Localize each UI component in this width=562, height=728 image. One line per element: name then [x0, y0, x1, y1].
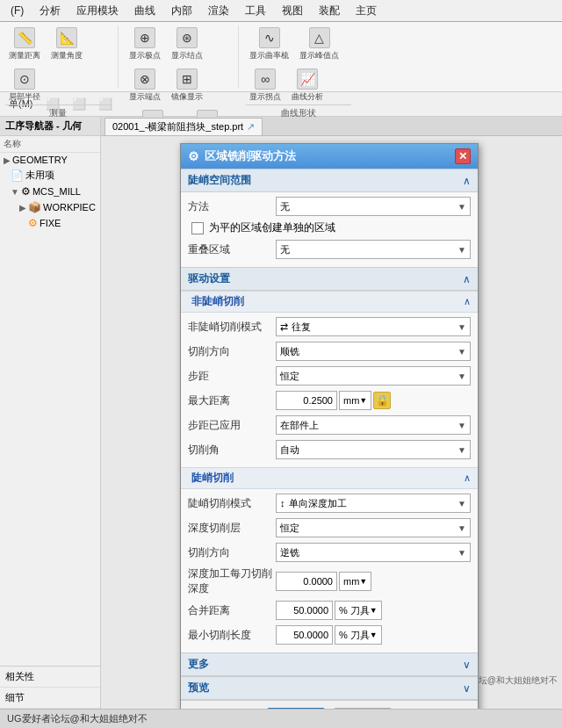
toolbar-show-endpoints[interactable]: ⊗ 显示端点	[126, 67, 164, 105]
select-cut-direction[interactable]: 顺铣 ▼	[276, 342, 471, 361]
input-min-cut-len[interactable]	[276, 625, 333, 645]
form-control-cut-angle: 自动 ▼	[276, 440, 471, 459]
menu-analysis[interactable]: 分析	[32, 2, 68, 20]
toolbar-show-curvature-comb[interactable]: ∿ 显示曲率梳	[246, 25, 292, 63]
nav-item-unused[interactable]: 📄 未用项	[0, 167, 100, 184]
right-tab[interactable]: 02001_-横梁前阻挡块_step.prt ↗	[104, 118, 263, 135]
nav-item-workpiece[interactable]: ▶ 📦 WORKPIEC	[0, 199, 100, 215]
select-nonsteep-mode[interactable]: ⇄ 往复 ▼	[276, 317, 471, 336]
checkbox-flat-region[interactable]	[191, 222, 204, 234]
subsection-non-steep[interactable]: 非陡峭切削 ∧	[181, 291, 478, 313]
select-method[interactable]: 无 ▼	[276, 197, 471, 216]
select-depth-layers[interactable]: 恒定 ▼	[276, 518, 471, 537]
toolbar-local-radius[interactable]: ⊙ 局部半径	[5, 67, 44, 105]
select-stepover-value: 恒定	[280, 370, 299, 383]
toolbar-group-display: ⊕ 显示极点 ⊛ 显示结点 ⊗ 显示端点 ⊞ 镜像显示 ⊟ 设置镜像平面 ⊠ 显…	[126, 25, 239, 88]
close-icon: ✕	[458, 150, 467, 162]
menu-home[interactable]: 主页	[349, 2, 384, 20]
section-preview-label: 预览	[188, 681, 209, 696]
select-cut-angle[interactable]: 自动 ▼	[276, 440, 471, 459]
menu-f[interactable]: (F)	[4, 3, 31, 18]
dialog-header-title-group: ⚙ 区域铣削驱动方法	[188, 148, 296, 164]
menu-curve[interactable]: 曲线	[127, 2, 162, 20]
select-depth-layers-value: 恒定	[280, 522, 299, 535]
mirror-display-label: 镜像显示	[171, 91, 203, 103]
section-preview[interactable]: 预览 ∨	[181, 676, 478, 700]
select-steep-cut-dir[interactable]: 逆铣 ▼	[276, 543, 471, 562]
measure-angle-icon: 📐	[56, 27, 77, 48]
nav-item-geometry[interactable]: ▶ GEOMETRY	[0, 153, 100, 167]
select-unit-min-cut-len[interactable]: % 刀具 ▼	[335, 625, 382, 645]
toolbar-show-knots[interactable]: ⊛ 显示结点	[168, 25, 206, 63]
unit-merge-dist-value: % 刀具	[339, 604, 370, 617]
form-row-method: 方法 无 ▼	[188, 196, 471, 217]
section-drive-settings[interactable]: 驱动设置 ∧	[181, 267, 478, 291]
navigator-title: 工序导航器 - 几何	[0, 117, 100, 136]
select-unit-depth-per-cut[interactable]: mm ▼	[339, 572, 371, 591]
form-label-min-cut-len: 最小切削长度	[188, 628, 276, 643]
toolbar-measure-distance[interactable]: 📏 测量距离	[5, 25, 44, 63]
subsection-steep[interactable]: 陡峭切削 ∧	[181, 467, 478, 489]
form-control-overlap: 无 ▼	[276, 240, 471, 259]
left-bottom-relevance-label: 相关性	[5, 670, 34, 683]
form-row-nonsteep-mode: 非陡峭切削模式 ⇄ 往复 ▼	[188, 316, 471, 337]
toolbar-measure-angle[interactable]: 📐 测量角度	[47, 25, 86, 63]
menu-appmodule[interactable]: 应用模块	[69, 2, 126, 20]
select-steep-cut-dir-value: 逆铣	[280, 546, 299, 559]
form-label-method: 方法	[188, 199, 276, 214]
checkbox-flat-region-label: 为平的区域创建单独的区域	[209, 220, 335, 235]
left-bottom-detail[interactable]: 细节	[0, 688, 100, 709]
lock-max-dist[interactable]: 🔒	[373, 392, 391, 409]
form-control-stepover: 恒定 ▼	[276, 366, 471, 386]
menu-internal[interactable]: 内部	[164, 2, 199, 20]
nav-item-fixe[interactable]: ⚙ FIXE	[0, 215, 100, 231]
select-stepover[interactable]: 恒定 ▼	[276, 366, 471, 386]
section-surface-range[interactable]: 陡峭空间范围 ∧	[181, 169, 478, 192]
select-overlap-value: 无	[280, 243, 290, 256]
show-endpoints-label: 显示端点	[129, 91, 161, 103]
select-nonsteep-mode-value: 往复	[292, 321, 311, 334]
toolbar-show-inflection[interactable]: ∞ 显示拐点	[246, 67, 285, 105]
menu-assembly[interactable]: 装配	[312, 2, 347, 20]
right-tab-bar: 02001_-横梁前阻挡块_step.prt ↗	[101, 117, 562, 136]
select-overlap-arrow: ▼	[458, 245, 466, 255]
cancel-button[interactable]: 取消	[334, 708, 392, 709]
form-row-cut-direction: 切削方向 顺铣 ▼	[188, 341, 471, 362]
section-more[interactable]: 更多 ∨	[181, 652, 478, 676]
select-depth-layers-arrow: ▼	[458, 523, 466, 533]
unit-max-dist-arrow: ▼	[359, 396, 367, 405]
form-control-steep-cut-dir: 逆铣 ▼	[276, 543, 471, 562]
select-unit-max-dist[interactable]: mm ▼	[339, 391, 371, 410]
subsection-steep-chevron: ∧	[464, 472, 471, 484]
left-bottom-relevance[interactable]: 相关性	[0, 667, 100, 688]
unit-min-cut-len-arrow: ▼	[370, 631, 378, 639]
unit-max-dist-value: mm	[343, 395, 359, 406]
select-step-applied[interactable]: 在部件上 ▼	[276, 415, 471, 435]
select-steep-mode[interactable]: ↕ 单向深度加工 ▼	[276, 494, 471, 513]
form-control-depth-layers: 恒定 ▼	[276, 518, 471, 537]
confirm-button[interactable]: 确定	[267, 708, 325, 709]
select-overlap[interactable]: 无 ▼	[276, 240, 471, 259]
input-merge-dist[interactable]	[276, 601, 333, 620]
input-depth-per-cut[interactable]	[276, 572, 337, 591]
menu-render[interactable]: 渲染	[201, 2, 236, 20]
form-control-max-dist: mm ▼ 🔒	[276, 391, 471, 410]
input-max-dist[interactable]	[276, 391, 337, 410]
left-bottom-panel: 相关性 细节	[0, 666, 101, 709]
toolbar-show-peak-points[interactable]: △ 显示峰值点	[296, 25, 342, 63]
toolbar-curve-analysis[interactable]: 📈 曲线分析	[288, 67, 327, 105]
left-bottom-detail-label: 细节	[5, 691, 25, 704]
menu-view[interactable]: 视图	[275, 2, 310, 20]
toolbar-show-poles[interactable]: ⊕ 显示极点	[126, 25, 164, 63]
dialog-close-button[interactable]: ✕	[455, 148, 471, 164]
toolbar-mirror-display[interactable]: ⊞ 镜像显示	[168, 67, 206, 105]
select-unit-merge-dist[interactable]: % 刀具 ▼	[335, 601, 382, 620]
form-control-method: 无 ▼	[276, 197, 471, 216]
inflection-icon: ∞	[255, 68, 276, 90]
dialog-gear-icon: ⚙	[188, 149, 199, 163]
nav-label-mcs: MCS_MILL	[32, 186, 81, 197]
show-poles-label: 显示极点	[129, 50, 161, 61]
nav-item-mcs-mill[interactable]: ▼ ⚙ MCS_MILL	[0, 184, 100, 199]
menu-tools[interactable]: 工具	[238, 2, 273, 20]
form-control-min-cut-len: % 刀具 ▼	[276, 625, 471, 645]
